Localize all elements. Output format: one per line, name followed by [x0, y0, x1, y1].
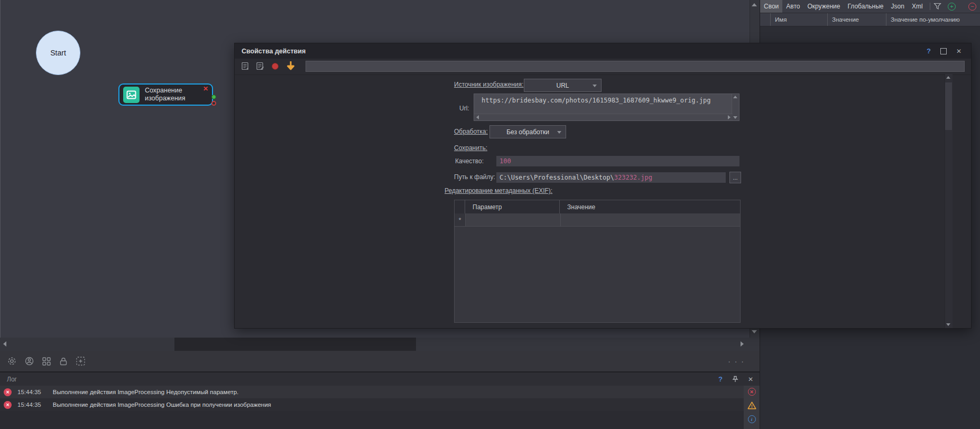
save-section-label[interactable]: Сохранить:	[454, 144, 487, 152]
start-node-label: Start	[50, 49, 66, 57]
url-label: Url:	[459, 105, 469, 112]
image-source-label[interactable]: Источник изображения:	[454, 81, 523, 88]
more-options-icon[interactable]: · · ·	[728, 357, 745, 366]
url-textarea[interactable]: https://bridesbay.com/photos/1615983_168…	[474, 94, 739, 121]
exif-table-header: Параметр Значение	[455, 200, 740, 214]
exif-new-row[interactable]: *	[455, 213, 740, 227]
log-title: Лог	[7, 376, 17, 383]
dialog-help-button[interactable]: ?	[927, 47, 931, 55]
log-header: Лог ? ✕	[0, 372, 760, 386]
log-filter-strip: ✕ ! i	[744, 386, 760, 429]
node-output-port-red[interactable]	[211, 101, 216, 106]
action-node-label: Сохранение изображения	[145, 87, 186, 102]
scroll-up-icon[interactable]	[752, 3, 757, 6]
scroll-right-icon[interactable]	[728, 115, 731, 119]
tab-xml[interactable]: Xml	[908, 0, 927, 13]
tab-auto[interactable]: Авто	[782, 0, 803, 13]
column-parameter[interactable]: Параметр	[465, 200, 560, 213]
file-path-label: Путь к файлу:	[454, 173, 495, 181]
start-node[interactable]: Start	[36, 31, 80, 75]
dialog-toolbar	[235, 59, 971, 75]
url-value: https://bridesbay.com/photos/1615983_168…	[482, 97, 710, 104]
add-variable-icon[interactable]: +	[948, 3, 956, 11]
scroll-down-icon[interactable]	[946, 323, 950, 326]
quality-value: 100	[500, 157, 511, 165]
filter-info-icon[interactable]: i	[748, 415, 756, 423]
node-output-port-green[interactable]	[211, 95, 216, 99]
dialog-scrollbar[interactable]	[945, 74, 953, 328]
dialog-titlebar[interactable]: Свойства действия ? ✕	[235, 43, 971, 59]
url-vertical-scrollbar[interactable]	[732, 94, 739, 120]
log-entry[interactable]: ✕ 15:44:35 Выполнение действия ImageProc…	[0, 398, 744, 411]
column-value[interactable]: Значение	[828, 13, 886, 26]
log-time: 15:44:35	[17, 402, 41, 408]
scroll-down-icon[interactable]	[752, 330, 757, 333]
row-marker-column	[455, 200, 465, 213]
log-panel: Лог ? ✕ ✕ 15:44:35 Выполнение действия I…	[0, 371, 760, 429]
action-node-image-saving[interactable]: Сохранение изображения ✕	[118, 83, 213, 106]
filter-funnel-icon[interactable]	[933, 3, 941, 10]
fit-selection-icon[interactable]	[76, 356, 86, 366]
exif-table[interactable]: Параметр Значение *	[454, 200, 741, 323]
remove-variable-icon[interactable]: −	[968, 3, 976, 11]
user-icon[interactable]	[24, 356, 34, 366]
divider	[930, 3, 930, 10]
column-value[interactable]: Значение	[560, 200, 740, 213]
file-path-input[interactable]: C:\Users\Professional\Desktop\323232.jpg	[496, 172, 726, 183]
scroll-left-icon[interactable]	[3, 341, 6, 347]
exif-section-label[interactable]: Редактирование метаданных (EXIF):	[445, 187, 552, 194]
log-close-icon[interactable]: ✕	[748, 376, 753, 383]
file-path-value: C:\Users\Professional\Desktop\323232.jpg	[500, 174, 652, 181]
scrollbar-thumb[interactable]	[945, 82, 952, 130]
canvas-horizontal-scrollbar[interactable]	[0, 338, 760, 351]
scroll-right-icon[interactable]	[741, 341, 744, 347]
log-time: 15:44:35	[17, 389, 41, 395]
pin-icon[interactable]	[732, 376, 738, 383]
scroll-up-icon[interactable]	[946, 76, 950, 79]
error-icon: ✕	[4, 401, 12, 409]
grid-blocks-icon[interactable]	[42, 357, 51, 366]
record-icon[interactable]	[272, 63, 279, 70]
exif-value-cell[interactable]	[561, 213, 740, 226]
scroll-up-icon[interactable]	[733, 96, 737, 98]
log-help-icon[interactable]: ?	[718, 375, 723, 383]
variables-grid-header: Имя Значение Значение по-умолчанию	[760, 13, 980, 26]
action-edit-list-icon[interactable]	[256, 62, 264, 71]
exif-parameter-cell[interactable]	[466, 213, 561, 226]
lock-icon[interactable]	[59, 357, 68, 366]
scrollbar-thumb[interactable]	[174, 338, 416, 351]
node-delete-icon[interactable]: ✕	[203, 85, 208, 92]
chevron-down-icon	[593, 85, 597, 87]
scroll-left-icon[interactable]	[476, 115, 479, 119]
filter-errors-icon[interactable]: ✕	[748, 388, 756, 396]
scroll-down-icon[interactable]	[733, 116, 737, 119]
log-entry[interactable]: ✕ 15:44:35 Выполнение действия ImageProc…	[0, 386, 744, 398]
processing-label[interactable]: Обработка:	[454, 128, 488, 135]
log-message: Выполнение действия ImageProcessing Недо…	[53, 389, 239, 395]
tab-json[interactable]: Json	[887, 0, 908, 13]
dialog-close-button[interactable]: ✕	[956, 48, 961, 55]
image-icon	[123, 87, 140, 103]
canvas-toolbar: · · ·	[0, 351, 760, 371]
quality-label: Качество:	[455, 157, 484, 165]
toolbar-expression-input[interactable]	[306, 61, 965, 72]
log-message: Выполнение действия ImageProcessing Ошиб…	[53, 402, 271, 408]
tab-own[interactable]: Свои	[760, 0, 782, 13]
processing-value: Без обработки	[506, 128, 549, 136]
url-horizontal-scrollbar[interactable]	[474, 114, 733, 120]
processing-dropdown[interactable]: Без обработки	[489, 125, 566, 138]
filter-warnings-icon[interactable]: !	[747, 402, 756, 409]
error-icon: ✕	[4, 388, 12, 396]
dialog-maximize-button[interactable]	[940, 48, 947, 54]
browse-button[interactable]: ...	[729, 172, 741, 183]
action-list-icon[interactable]	[241, 62, 249, 71]
tab-global[interactable]: Глобальные	[844, 0, 887, 13]
run-download-arrow-icon[interactable]	[286, 61, 295, 71]
settings-gear-icon[interactable]	[7, 356, 17, 366]
image-source-dropdown[interactable]: URL	[524, 79, 602, 92]
tab-environment[interactable]: Окружение	[803, 0, 844, 13]
quality-input[interactable]: 100	[496, 155, 740, 167]
column-default-value[interactable]: Значение по-умолчанию	[886, 13, 980, 26]
column-name[interactable]: Имя	[771, 13, 828, 26]
app-window: Start Сохранение изображения ✕	[0, 0, 980, 429]
